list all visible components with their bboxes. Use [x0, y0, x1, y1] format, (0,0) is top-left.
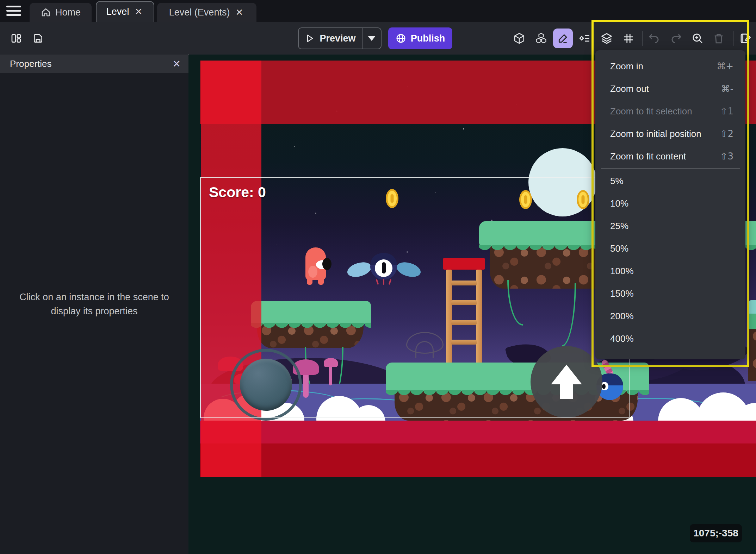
menu-item-label: Zoom to fit selection [610, 106, 692, 117]
pencil-icon [557, 33, 569, 44]
menu-item-zoom-100[interactable]: 100% [595, 260, 745, 282]
menu-item-zoom-200[interactable]: 200% [595, 305, 745, 327]
tab-home[interactable]: Home [30, 3, 92, 22]
main-menu-icon[interactable] [6, 6, 22, 17]
delete-button [709, 22, 729, 55]
divider [642, 31, 643, 46]
menu-item-label: 50% [610, 243, 628, 254]
platform-leaves [748, 300, 756, 314]
tab-level-events[interactable]: Level (Events) ✕ [157, 3, 256, 22]
stars [188, 55, 189, 55]
menu-item-label: 25% [610, 221, 628, 232]
menu-item-label: Zoom to fit content [610, 151, 686, 162]
menu-item-zoom-150[interactable]: 150% [595, 282, 745, 305]
layers-panel-button[interactable] [597, 22, 616, 55]
zoom-menu-button[interactable] [688, 22, 707, 55]
menu-item-zoom-5[interactable]: 5% [595, 170, 745, 192]
preview-label: Preview [320, 33, 355, 44]
menu-item-shortcut: ⌘- [721, 83, 733, 94]
redo-button [667, 22, 686, 55]
platform-grass [748, 314, 756, 329]
tab-label: Level (Events) [169, 7, 230, 18]
properties-hint-text: Click on an instance in the scene to dis… [10, 55, 179, 554]
menu-item-shortcut: ⇧3 [720, 151, 733, 162]
zoom-dropdown-menu: Zoom in⌘+Zoom out⌘-Zoom to fit selection… [595, 50, 745, 359]
instances-list-button[interactable] [575, 22, 595, 55]
tab-level[interactable]: Level ✕ [96, 1, 154, 22]
edit-scene-properties-button[interactable] [736, 22, 755, 55]
menu-item-shortcut: ⌘+ [717, 61, 733, 71]
tab-bar: Home Level ✕ Level (Events) ✕ [0, 0, 756, 22]
object-groups-button[interactable] [531, 22, 551, 55]
menu-item-shortcut: ⇧2 [720, 128, 733, 139]
menu-item-label: 400% [610, 333, 634, 344]
menu-item-zoom-10[interactable]: 10% [595, 192, 745, 215]
open-home-page-button[interactable] [8, 22, 25, 55]
objects-panel-button[interactable] [509, 22, 529, 55]
zoom-levels-group: 5%10%25%50%100%150%200%400% [595, 170, 745, 350]
tab-label: Home [55, 7, 81, 18]
zoom-actions-group: Zoom in⌘+Zoom out⌘-Zoom to fit selection… [595, 55, 745, 168]
menu-item-label: Zoom out [610, 83, 649, 94]
active-tool-highlight [553, 29, 573, 48]
camera-frame-border [200, 177, 630, 418]
undo-button [644, 22, 664, 55]
edit-mode-button[interactable] [553, 22, 573, 55]
menu-item-label: 100% [610, 266, 634, 277]
red-zone-bottom-deep[interactable] [200, 443, 756, 477]
menu-item-zoom-to-fit-content[interactable]: Zoom to fit content⇧3 [595, 145, 745, 168]
menu-item-zoom-to-fit-selection: Zoom to fit selection⇧1 [595, 100, 745, 122]
menu-item-label: 150% [610, 288, 634, 299]
platform-rock [748, 328, 756, 381]
publish-label: Publish [411, 33, 445, 44]
menu-divider [601, 168, 740, 169]
globe-icon [396, 33, 406, 44]
menu-item-zoom-25[interactable]: 25% [595, 215, 745, 237]
grid-toggle-button[interactable] [619, 22, 638, 55]
menu-item-label: 10% [610, 198, 628, 209]
menu-item-zoom-to-initial-position[interactable]: Zoom to initial position⇧2 [595, 122, 745, 145]
divider [733, 31, 734, 46]
properties-panel: Properties ✕ Click on an instance in the… [0, 55, 188, 554]
home-icon [41, 7, 51, 18]
menu-item-label: 5% [610, 176, 624, 187]
publish-button[interactable]: Publish [388, 27, 452, 49]
red-zone-bottom[interactable] [200, 421, 756, 443]
menu-item-label: 200% [610, 311, 634, 322]
cursor-coordinates-badge: 1075;-358 [690, 524, 742, 542]
menu-item-label: Zoom to initial position [610, 128, 701, 139]
play-icon [305, 33, 315, 43]
save-button[interactable] [30, 22, 47, 55]
menu-item-zoom-in[interactable]: Zoom in⌘+ [595, 55, 745, 77]
toolbar: Preview Publish [0, 22, 756, 55]
preview-button[interactable]: Preview [298, 27, 382, 49]
menu-item-shortcut: ⇧1 [720, 106, 733, 117]
close-icon[interactable]: ✕ [133, 6, 144, 18]
menu-item-zoom-400[interactable]: 400% [595, 327, 745, 350]
close-icon[interactable]: ✕ [234, 6, 244, 19]
menu-item-zoom-out[interactable]: Zoom out⌘- [595, 77, 745, 100]
preview-more-button[interactable] [362, 36, 381, 41]
menu-item-zoom-50[interactable]: 50% [595, 237, 745, 260]
menu-item-label: Zoom in [610, 61, 643, 72]
tab-label: Level [106, 6, 129, 17]
chevron-down-icon [368, 36, 376, 41]
